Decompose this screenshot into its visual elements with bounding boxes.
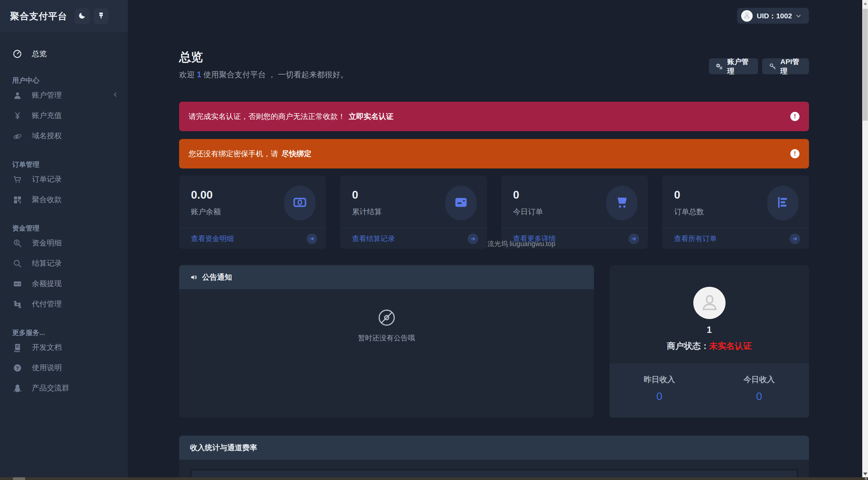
arrow-right-circle-icon bbox=[468, 234, 478, 244]
alert-action-link[interactable]: 立即实名认证 bbox=[349, 112, 393, 122]
stat-card-footer-link[interactable]: 查看所有订单 bbox=[662, 228, 809, 249]
idcard-icon bbox=[454, 195, 468, 211]
svg-text:e: e bbox=[15, 133, 19, 140]
notice-panel-body: 暂时还没有公告哦 bbox=[179, 289, 594, 418]
income-panel-title: 收入统计与通道费率 bbox=[190, 443, 257, 453]
skin-toggle-button[interactable] bbox=[94, 8, 109, 24]
notice-panel-title: 公告通知 bbox=[202, 272, 232, 282]
sidebar-item-label: 总览 bbox=[32, 49, 47, 59]
scroll-up-arrow-icon[interactable] bbox=[862, 1, 868, 6]
stat-card-banknote: 0.00账户余额查看资金明细 bbox=[179, 176, 326, 249]
sidebar-item-qrcode[interactable]: 聚合收款 bbox=[0, 189, 128, 210]
stat-label: 今日订单 bbox=[513, 207, 543, 217]
merchant-income-footer: 昨日收入 0 今日收入 0 bbox=[610, 363, 809, 418]
cd-slash-icon bbox=[377, 322, 396, 328]
globe-e-icon: e bbox=[12, 131, 22, 141]
app-title: 聚合支付平台 bbox=[10, 10, 67, 22]
sidebar-item-search[interactable]: 结算记录 bbox=[0, 253, 128, 274]
svg-text:$: $ bbox=[16, 240, 18, 244]
stat-link-label: 查看资金明细 bbox=[191, 234, 234, 243]
sidebar-item-label: 开发文档 bbox=[32, 342, 118, 353]
barchart-icon bbox=[776, 195, 790, 211]
sidebar-item-yen[interactable]: 账户充值 bbox=[0, 105, 128, 126]
penguin-icon bbox=[12, 383, 22, 393]
sidebar-item-question[interactable]: ?使用说明 bbox=[0, 358, 128, 378]
sidebar-item-card[interactable]: 余额提现 bbox=[0, 274, 128, 294]
sidebar-nav: 总览用户中心账户管理账户充值e域名授权订单管理订单记录聚合收款资金管理$资金明细… bbox=[0, 32, 128, 480]
income-panel: 收入统计与通道费率 bbox=[179, 436, 809, 480]
notice-empty-state: 暂时还没有公告哦 bbox=[179, 308, 594, 343]
svg-text:?: ? bbox=[16, 365, 19, 371]
uid-label: UID：1002 bbox=[757, 11, 792, 21]
banknote-icon bbox=[293, 195, 307, 211]
user-menu[interactable]: UID：1002 bbox=[737, 8, 809, 24]
alert-message: 请完成实名认证，否则您的商户无法正常收款！ bbox=[189, 112, 345, 122]
sidebar-item-globe-e[interactable]: e域名授权 bbox=[0, 126, 128, 146]
stat-label: 累计结算 bbox=[352, 207, 382, 217]
speaker-icon bbox=[190, 273, 198, 281]
alert-action-link[interactable]: 尽快绑定 bbox=[282, 149, 311, 159]
account-manage-button[interactable]: 账户管理 bbox=[709, 58, 758, 74]
sidebar-item-overview[interactable]: 总览 bbox=[0, 46, 128, 62]
realname-alert-banner: 请完成实名认证，否则您的商户无法正常收款！立即实名认证! bbox=[179, 102, 809, 131]
stat-value: 0 bbox=[513, 188, 519, 201]
sidebar-header: 聚合支付平台 bbox=[0, 0, 128, 32]
stat-cards-row: 0.00账户余额查看资金明细0累计结算查看结算记录0今日订单查看更多详情0订单总… bbox=[179, 176, 809, 249]
welcome-text: 欢迎 1 使用聚合支付平台 ， 一切看起来都很好。 bbox=[179, 69, 348, 80]
yesterday-income: 昨日收入 0 bbox=[610, 363, 709, 418]
api-manage-button[interactable]: API管理 bbox=[762, 58, 809, 74]
sidebar-item-money-transfer[interactable]: 代付管理 bbox=[0, 294, 128, 314]
merchant-panel: 1 商户状态：未实名认证 昨日收入 0 今日收入 0 bbox=[610, 265, 809, 418]
vertical-scrollbar[interactable] bbox=[862, 0, 868, 477]
theme-toggle-button[interactable] bbox=[75, 8, 90, 24]
notice-panel: 公告通知 暂时还没有公告哦 bbox=[179, 265, 594, 418]
cart-icon bbox=[12, 174, 22, 184]
income-panel-header: 收入统计与通道费率 bbox=[179, 436, 809, 460]
arrow-right-circle-icon bbox=[307, 234, 317, 244]
stat-card-cart-big: 0今日订单查看更多详情 bbox=[501, 176, 648, 249]
today-income-label: 今日收入 bbox=[709, 374, 809, 385]
user-icon bbox=[12, 90, 22, 100]
sidebar-item-search-dollar[interactable]: $资金明细 bbox=[0, 233, 128, 253]
sidebar-item-label: 聚合收款 bbox=[32, 195, 118, 205]
gauge-icon bbox=[12, 49, 22, 59]
stat-icon-pill bbox=[606, 186, 637, 220]
stat-card-footer-link[interactable]: 查看结算记录 bbox=[340, 228, 487, 249]
stat-link-label: 查看结算记录 bbox=[352, 234, 395, 243]
chevron-down-icon bbox=[795, 13, 802, 19]
avatar bbox=[741, 10, 753, 22]
horizontal-scrollbar-thumb[interactable] bbox=[13, 477, 25, 480]
card-icon bbox=[12, 279, 22, 289]
moon-icon bbox=[78, 12, 86, 21]
sidebar-item-penguin[interactable]: 产品交流群 bbox=[0, 378, 128, 398]
question-icon: ? bbox=[12, 363, 22, 373]
stat-card-idcard: 0累计结算查看结算记录 bbox=[340, 176, 487, 249]
scroll-down-arrow-icon[interactable] bbox=[862, 471, 868, 477]
brush-icon bbox=[97, 12, 105, 21]
sidebar-item-cart[interactable]: 订单记录 bbox=[0, 169, 128, 189]
search-icon bbox=[12, 258, 22, 268]
alert-message: 您还没有绑定密保手机，请 bbox=[189, 149, 278, 159]
sidebar-item-label: 账户充值 bbox=[32, 111, 118, 121]
sidebar-section-label: 资金管理 bbox=[0, 223, 128, 233]
horizontal-scrollbar[interactable] bbox=[0, 477, 868, 480]
cart-big-icon bbox=[615, 195, 629, 211]
sidebar-item-book[interactable]: 开发文档 bbox=[0, 337, 128, 358]
stat-card-footer-link[interactable]: 查看资金明细 bbox=[179, 228, 326, 249]
watermark-text: 流光坞 liuguangwu.top bbox=[487, 239, 555, 248]
page-title: 总览 bbox=[179, 49, 203, 65]
stat-card-barchart: 0订单总数查看所有订单 bbox=[662, 176, 809, 249]
exclamation-circle-icon: ! bbox=[790, 112, 799, 121]
sidebar-item-label: 余额提现 bbox=[32, 279, 118, 289]
sidebar-item-label: 代付管理 bbox=[32, 299, 118, 309]
sidebar-item-label: 账户管理 bbox=[32, 90, 112, 100]
today-income: 今日收入 0 bbox=[709, 363, 809, 418]
sidebar-item-user[interactable]: 账户管理 bbox=[0, 85, 128, 105]
gears-icon bbox=[716, 63, 723, 70]
sidebar-section-label: 用户中心 bbox=[0, 76, 128, 85]
notice-panel-header: 公告通知 bbox=[179, 265, 594, 289]
app-window: 聚合支付平台 总览用户中心账户管理账户充值e域名授权订单管理订单记录聚合收款资金… bbox=[0, 0, 868, 480]
arrow-right-circle-icon bbox=[629, 234, 639, 244]
stat-value: 0 bbox=[352, 188, 358, 201]
vertical-scrollbar-thumb[interactable] bbox=[863, 9, 868, 121]
